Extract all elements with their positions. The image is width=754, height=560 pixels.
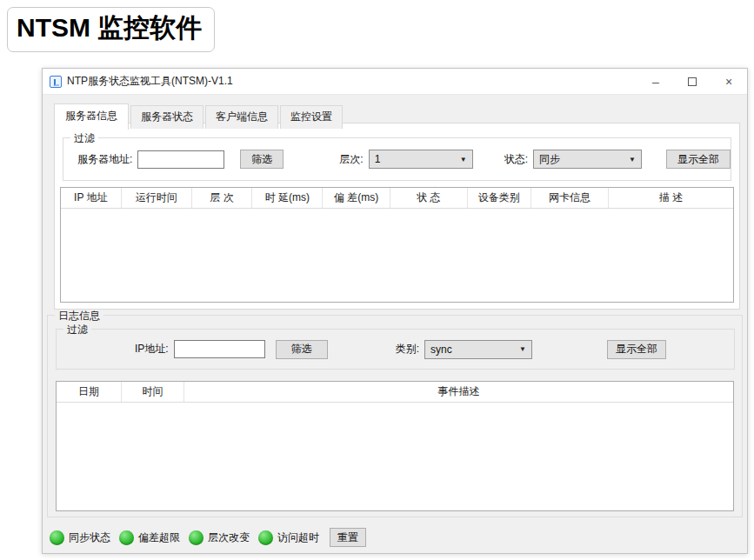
log-filter-row: IP地址: 筛选 类别: sync ▼ 显示全部 [57, 330, 734, 369]
log-table-header: 日期 时间 事件描述 [57, 382, 733, 403]
app-window: NTP服务状态监视工具(NTSM)-V1.1 – × 服务器信息 服务器状态 客… [42, 68, 748, 554]
reset-button[interactable]: 重置 [330, 528, 366, 547]
server-table-body [61, 209, 733, 302]
col-event-description[interactable]: 事件描述 [184, 382, 733, 402]
green-led-icon [50, 530, 64, 545]
stratum-select[interactable]: 1 ▼ [369, 150, 473, 169]
status-label: 状态: [504, 152, 528, 167]
log-filter-button[interactable]: 筛选 [276, 340, 328, 359]
col-time[interactable]: 时间 [122, 382, 184, 402]
green-led-icon [258, 530, 273, 545]
col-date[interactable]: 日期 [57, 382, 122, 402]
server-address-label: 服务器地址: [77, 152, 132, 167]
server-filter-group: 过滤 服务器地址: 筛选 层次: 1 ▼ 状态: 同步 ▼ 显示全部 [63, 137, 731, 181]
indicator-offset-limit: 偏差超限 [119, 530, 180, 545]
log-section-group: 日志信息 过滤 IP地址: 筛选 类别: sync ▼ 显示全部 日期 [47, 315, 743, 517]
tab-monitor-settings[interactable]: 监控设置 [280, 105, 343, 129]
col-uptime[interactable]: 运行时间 [122, 188, 192, 208]
indicator-label: 访问超时 [277, 530, 319, 545]
col-status[interactable]: 状 态 [390, 188, 468, 208]
server-filter-row: 服务器地址: 筛选 层次: 1 ▼ 状态: 同步 ▼ 显示全部 [63, 138, 731, 180]
chevron-down-icon: ▼ [514, 345, 526, 353]
col-nic-info[interactable]: 网卡信息 [531, 188, 609, 208]
chevron-down-icon: ▼ [624, 156, 636, 163]
server-filter-button[interactable]: 筛选 [240, 150, 284, 169]
log-category-select[interactable]: sync ▼ [424, 340, 532, 359]
indicator-sync-status: 同步状态 [50, 530, 110, 545]
indicator-label: 偏差超限 [138, 530, 180, 545]
titlebar: NTP服务状态监视工具(NTSM)-V1.1 – × [43, 69, 747, 95]
maximize-button[interactable] [674, 69, 711, 94]
stratum-label: 层次: [339, 152, 363, 167]
window-controls: – × [637, 69, 747, 94]
green-led-icon [119, 530, 134, 545]
server-table: IP 地址 运行时间 层 次 时 延(ms) 偏 差(ms) 状 态 设备类别 … [60, 187, 734, 303]
col-ip-address[interactable]: IP 地址 [61, 188, 122, 208]
col-offset[interactable]: 偏 差(ms) [323, 188, 390, 208]
status-select[interactable]: 同步 ▼ [533, 150, 642, 169]
log-ip-label: IP地址: [135, 342, 169, 357]
maximize-icon [688, 77, 697, 86]
col-delay[interactable]: 时 延(ms) [252, 188, 323, 208]
log-table-body [57, 403, 733, 510]
server-show-all-button[interactable]: 显示全部 [666, 150, 731, 169]
window-title: NTP服务状态监视工具(NTSM)-V1.1 [67, 74, 233, 89]
indicator-label: 层次改变 [208, 530, 250, 545]
server-table-header: IP 地址 运行时间 层 次 时 延(ms) 偏 差(ms) 状 态 设备类别 … [61, 188, 733, 209]
log-filter-group-label: 过滤 [63, 323, 91, 337]
col-description[interactable]: 描 述 [609, 188, 733, 208]
log-category-selected-value: sync [430, 343, 452, 356]
minimize-button[interactable]: – [637, 69, 674, 94]
tab-client-info[interactable]: 客户端信息 [205, 105, 278, 129]
tab-page-server-info: 过滤 服务器地址: 筛选 层次: 1 ▼ 状态: 同步 ▼ 显示全部 [54, 123, 740, 310]
page: NTSM 监控软件 NTP服务状态监视工具(NTSM)-V1.1 – × 服务器… [0, 0, 754, 560]
status-selected-value: 同步 [539, 152, 560, 167]
log-ip-input[interactable] [174, 340, 265, 358]
col-stratum[interactable]: 层 次 [192, 188, 253, 208]
tab-server-info[interactable]: 服务器信息 [54, 103, 129, 130]
indicator-access-timeout: 访问超时 [258, 530, 319, 545]
log-section-label: 日志信息 [55, 309, 103, 323]
log-category-label: 类别: [396, 342, 419, 357]
tab-bar: 服务器信息 服务器状态 客户端信息 监控设置 [54, 103, 344, 129]
status-bar: 同步状态 偏差超限 层次改变 访问超时 重置 [50, 528, 366, 547]
stratum-selected-value: 1 [375, 153, 381, 165]
server-address-input[interactable] [137, 150, 224, 169]
server-filter-group-label: 过滤 [70, 131, 98, 146]
green-led-icon [189, 530, 204, 545]
close-button[interactable]: × [711, 69, 747, 94]
app-icon [50, 76, 62, 88]
page-title: NTSM 监控软件 [7, 7, 215, 52]
log-table: 日期 时间 事件描述 [56, 381, 734, 511]
tab-server-status[interactable]: 服务器状态 [130, 105, 204, 129]
indicator-stratum-change: 层次改变 [189, 530, 250, 545]
indicator-label: 同步状态 [69, 530, 110, 545]
col-device-type[interactable]: 设备类别 [468, 188, 531, 208]
log-show-all-button[interactable]: 显示全部 [607, 340, 666, 359]
chevron-down-icon: ▼ [455, 156, 467, 163]
log-filter-group: 过滤 IP地址: 筛选 类别: sync ▼ 显示全部 [56, 329, 735, 370]
